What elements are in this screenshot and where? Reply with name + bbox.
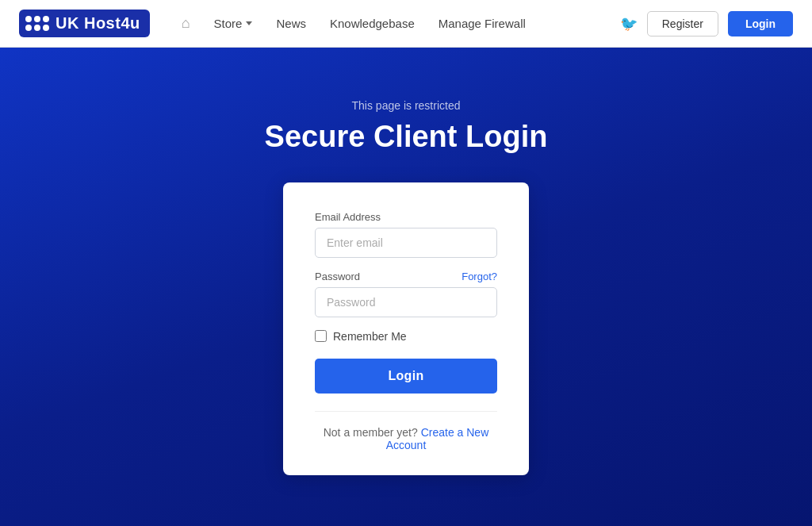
remember-checkbox[interactable]: [315, 330, 327, 342]
email-label: Email Address: [315, 211, 497, 223]
chevron-down-icon: [246, 21, 252, 25]
password-label: Password: [315, 271, 360, 282]
login-card: Email Address Password Forgot? Remember …: [283, 182, 529, 475]
logo-dots: [25, 16, 49, 31]
nav-news-label: News: [276, 17, 306, 30]
card-divider: [315, 411, 497, 412]
not-member-text: Not a member yet?: [324, 426, 418, 439]
home-icon: ⌂: [182, 15, 190, 32]
nav-store[interactable]: Store: [205, 10, 262, 36]
remember-label: Remember Me: [333, 330, 407, 343]
not-member-row: Not a member yet? Create a New Account: [315, 426, 497, 451]
logo-wrapper: UK Host4u: [19, 10, 150, 37]
logo-dot: [25, 16, 32, 22]
bird-icon[interactable]: 🐦: [620, 15, 638, 33]
nav-manage-firewall[interactable]: Manage Firewall: [429, 10, 535, 36]
logo-dot: [25, 25, 32, 31]
restricted-label: This page is restricted: [352, 99, 461, 112]
register-button[interactable]: Register: [647, 11, 718, 36]
main-nav: ⌂ Store News Knowledgebase Manage Firewa…: [172, 9, 620, 38]
password-input[interactable]: [315, 287, 497, 317]
login-nav-button[interactable]: Login: [728, 11, 793, 36]
navbar-actions: 🐦 Register Login: [620, 11, 793, 36]
nav-news[interactable]: News: [266, 10, 316, 36]
login-submit-button[interactable]: Login: [315, 359, 497, 394]
nav-store-label: Store: [214, 17, 243, 30]
logo-dot: [43, 16, 49, 22]
nav-knowledgebase-label: Knowledgebase: [330, 17, 415, 30]
main-content: This page is restricted Secure Client Lo…: [0, 48, 812, 526]
password-row: Password Forgot?: [315, 271, 497, 282]
logo-text: UK Host4u: [56, 14, 140, 33]
logo-dot: [43, 25, 49, 31]
nav-home[interactable]: ⌂: [172, 9, 200, 38]
navbar: UK Host4u ⌂ Store News Knowledgebase Man…: [0, 0, 812, 48]
page-title: Secure Client Login: [265, 120, 548, 154]
password-group: Password Forgot?: [315, 271, 497, 317]
logo-link[interactable]: UK Host4u: [19, 10, 150, 37]
email-group: Email Address: [315, 211, 497, 258]
logo-dot: [34, 16, 40, 22]
nav-manage-firewall-label: Manage Firewall: [439, 17, 526, 30]
forgot-link[interactable]: Forgot?: [462, 271, 497, 282]
logo-dot: [34, 25, 40, 31]
email-input[interactable]: [315, 228, 497, 258]
remember-row: Remember Me: [315, 330, 497, 343]
nav-knowledgebase[interactable]: Knowledgebase: [320, 10, 424, 36]
